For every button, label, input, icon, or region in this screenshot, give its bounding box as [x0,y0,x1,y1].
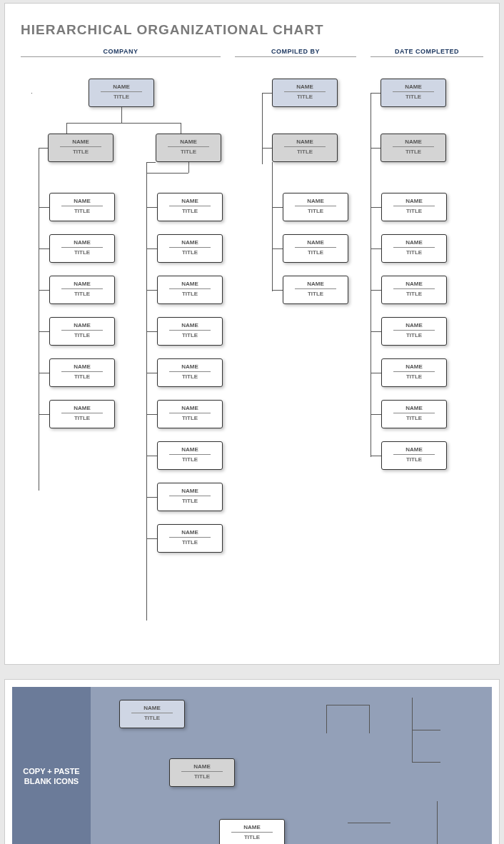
node-name: NAME [60,139,101,147]
leaf-node[interactable]: NAME TITLE [157,358,223,387]
node-name: NAME [61,405,103,413]
node-title: TITLE [386,332,442,338]
page-title: HIERARCHICAL ORGANIZATIONAL CHART [21,22,483,38]
sample-connector[interactable] [326,705,369,705]
leaf-node[interactable]: NAME TITLE [283,193,348,221]
field-date-completed[interactable]: DATE COMPLETED [371,48,483,57]
leaf-node[interactable]: NAME TITLE [381,441,447,470]
leaf-node[interactable]: NAME TITLE [49,276,115,304]
node-title: TITLE [54,291,110,297]
node-name: NAME [101,84,142,92]
node-name: NAME [61,239,103,248]
leaf-node[interactable]: NAME TITLE [157,317,223,346]
node-name: NAME [393,405,435,413]
sample-root-node[interactable]: NAME TITLE [119,700,185,728]
field-company[interactable]: COMPANY [21,48,221,57]
leaf-node[interactable]: NAME TITLE [381,234,447,263]
node-name: NAME [61,363,103,372]
node-title: TITLE [277,94,333,100]
node-name: NAME [168,139,209,147]
node-name: NAME [284,139,326,147]
node-title: TITLE [162,456,218,463]
leaf-node[interactable]: NAME TITLE [381,400,447,428]
node-name: NAME [393,446,435,455]
sample-manager-node[interactable]: NAME TITLE [169,758,235,787]
node-title: TITLE [288,249,343,256]
leaf-node[interactable]: NAME TITLE [381,276,447,304]
sample-connector[interactable] [326,705,327,733]
node-name: NAME [61,322,103,331]
node-name: NAME [284,84,326,92]
node-name: NAME [61,198,103,206]
node-name: NAME [393,198,435,206]
node-name: NAME [169,239,211,248]
node-title: TITLE [288,291,343,297]
node-title: TITLE [162,249,218,256]
node-name: NAME [131,705,173,713]
node-title: TITLE [162,498,218,504]
leaf-node[interactable]: NAME TITLE [49,193,115,221]
node-title: TITLE [386,456,442,463]
node-title: TITLE [288,208,343,214]
node-name: NAME [61,281,103,289]
node-title: TITLE [162,415,218,421]
node-title: TITLE [54,208,110,214]
node-title: TITLE [162,373,218,380]
panel-samples: NAME TITLE NAME TITLE NAME TITLE [91,687,492,844]
node-title: TITLE [54,249,110,256]
leaf-node[interactable]: NAME TITLE [381,358,447,387]
node-title: TITLE [162,291,218,297]
node-name: NAME [393,84,434,92]
node-name: NAME [295,239,336,248]
leaf-node[interactable]: NAME TITLE [381,317,447,346]
node-title: TITLE [161,149,216,155]
field-compiled-by[interactable]: COMPILED BY [235,48,356,57]
leaf-node[interactable]: NAME TITLE [49,234,115,263]
node-title: TITLE [385,149,441,155]
panel-label: COPY + PASTE BLANK ICONS [12,687,91,844]
manager-node[interactable]: NAME TITLE [380,134,446,162]
node-name: NAME [393,239,435,248]
leaf-node[interactable]: NAME TITLE [157,400,223,428]
root-node-1[interactable]: NAME TITLE [89,79,154,107]
leaf-node[interactable]: NAME TITLE [157,524,223,553]
leaf-node[interactable]: NAME TITLE [157,234,223,263]
sample-connector[interactable] [412,730,440,730]
leaf-node[interactable]: NAME TITLE [157,483,223,511]
node-name: NAME [169,488,211,496]
sample-connector[interactable] [369,705,370,733]
sample-connector[interactable] [412,762,440,763]
leaf-node[interactable]: NAME TITLE [49,400,115,428]
node-title: TITLE [54,373,110,380]
node-title: TITLE [386,415,442,421]
leaf-node[interactable]: NAME TITLE [157,276,223,304]
node-name: NAME [169,446,211,455]
root-node-4[interactable]: NAME TITLE [380,79,446,107]
leaf-node[interactable]: NAME TITLE [157,193,223,221]
node-name: NAME [169,363,211,372]
node-title: TITLE [385,94,441,100]
manager-node[interactable]: NAME TITLE [272,134,338,162]
leaf-node[interactable]: NAME TITLE [283,276,348,304]
sample-leaf-node[interactable]: NAME TITLE [219,819,285,844]
leaf-node[interactable]: NAME TITLE [49,358,115,387]
manager-node[interactable]: NAME TITLE [48,134,114,162]
node-name: NAME [393,363,435,372]
leaf-node[interactable]: NAME TITLE [49,317,115,346]
node-name: NAME [295,281,336,289]
node-title: TITLE [53,149,109,155]
leaf-node[interactable]: NAME TITLE [283,234,348,263]
node-title: TITLE [277,149,333,155]
root-node-3[interactable]: NAME TITLE [272,79,338,107]
org-chart: NAME TITLE NAME TITLE NAME TITLE [21,79,483,635]
sample-connector[interactable] [348,823,390,823]
manager-node[interactable]: NAME TITLE [156,134,221,162]
node-title: TITLE [54,332,110,338]
node-name: NAME [181,763,223,772]
node-name: NAME [295,198,336,206]
node-title: TITLE [386,249,442,256]
node-title: TITLE [174,773,230,780]
sample-connector[interactable] [437,801,438,844]
leaf-node[interactable]: NAME TITLE [157,441,223,470]
leaf-node[interactable]: NAME TITLE [381,193,447,221]
